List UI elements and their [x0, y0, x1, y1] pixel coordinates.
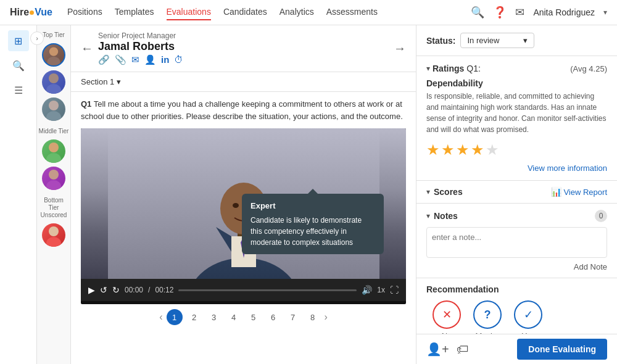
sidebar-search-icon[interactable]: 🔍 [8, 55, 29, 76]
user-chevron-icon: ▾ [603, 8, 607, 17]
notes-title: Notes [434, 211, 458, 221]
nav-right: 🔍 ❓ ✉ Anita Rodriguez ▾ [471, 6, 607, 19]
right-panel: Status: In review ▾ ▾ Ratings Q1: (Avg 4… [416, 25, 617, 334]
tag-icon[interactable]: 🏷 [457, 342, 469, 357]
candidate-avatar-6[interactable] [42, 223, 65, 247]
forward-button[interactable]: → [394, 41, 406, 56]
candidate-avatar-4[interactable] [42, 139, 65, 163]
user-menu[interactable]: Anita Rodriguez [533, 7, 595, 17]
search-icon[interactable]: 🔍 [471, 6, 484, 19]
svg-point-3 [46, 84, 61, 94]
star-2[interactable]: ★ [441, 141, 455, 159]
sidebar-grid-icon[interactable]: ⊞ [8, 30, 29, 51]
rec-yes-circle: ✓ [514, 300, 542, 329]
notes-title-row: ▾ Notes [426, 211, 458, 221]
section-label: Section 1 [81, 77, 114, 86]
status-label: Status: [426, 36, 455, 46]
rewind-button[interactable]: ↺ [100, 285, 107, 295]
candidate-header: ← Senior Project Manager Jamal Roberts 🔗… [71, 25, 416, 72]
play-button[interactable]: ▶ [88, 285, 95, 295]
top-nav: HireVue Positions Templates Evaluations … [0, 0, 617, 25]
star-3[interactable]: ★ [456, 141, 470, 159]
tooltip-arrow [308, 189, 318, 194]
page-prev-icon[interactable]: ‹ [159, 312, 162, 323]
section-chevron-icon: ▾ [117, 77, 121, 86]
ratings-collapse-icon[interactable]: ▾ [426, 64, 430, 73]
volume-icon[interactable]: 🔊 [362, 285, 372, 295]
sidebar-filter-icon[interactable]: ☰ [8, 80, 29, 101]
nav-item-templates[interactable]: Templates [115, 4, 154, 20]
sidebar-toggle-icon[interactable]: › [30, 31, 44, 45]
status-row: Status: In review ▾ [416, 25, 617, 56]
svg-point-5 [46, 111, 61, 121]
scores-title-row: ▾ Scores [426, 187, 463, 197]
notes-collapse-icon[interactable]: ▾ [426, 212, 430, 220]
link-icon[interactable]: 🔗 [98, 54, 110, 65]
question-label: Q1 [81, 99, 91, 109]
stars-row: ★ ★ ★ ★ ★ [426, 141, 607, 159]
scores-title: Scores [434, 187, 463, 197]
recommendation-section: Recommendation ✕ No ? Maybe ✓ Yes [416, 278, 617, 334]
scores-section: ▾ Scores 📊 View Report [416, 181, 617, 204]
status-value: In review [467, 36, 499, 45]
rec-no-button[interactable]: ✕ No [433, 300, 461, 334]
back-button[interactable]: ← [81, 41, 93, 56]
candidate-avatar-5[interactable] [42, 167, 65, 190]
tier-label-middle: Middle Tier [37, 125, 70, 138]
page-btn-1[interactable]: 1 [167, 309, 183, 325]
linkedin-icon[interactable]: in [161, 54, 169, 65]
page-btn-3[interactable]: 3 [206, 309, 222, 325]
clock-icon[interactable]: ⏱ [174, 54, 183, 65]
logo[interactable]: HireVue [10, 7, 52, 18]
star-1[interactable]: ★ [426, 141, 440, 159]
page-btn-2[interactable]: 2 [186, 309, 202, 325]
rec-title: Recommendation [426, 284, 607, 294]
forward-button-video[interactable]: ↻ [112, 285, 120, 295]
mail-icon[interactable]: ✉ [515, 6, 524, 19]
clip-icon[interactable]: 📎 [115, 54, 126, 65]
page-btn-8[interactable]: 8 [305, 309, 321, 325]
add-candidate-icon[interactable]: 👤+ [426, 342, 449, 357]
candidate-avatar-1[interactable] [42, 43, 65, 67]
view-report-link[interactable]: 📊 View Report [551, 187, 607, 197]
candidate-avatar-2[interactable] [42, 70, 65, 94]
rec-yes-button[interactable]: ✓ Yes [514, 300, 542, 334]
pagination: ‹ 1 2 3 4 5 6 7 8 › [71, 304, 416, 330]
video-progress-bar[interactable] [178, 289, 357, 291]
candidate-name: Jamal Roberts [98, 40, 389, 53]
help-icon[interactable]: ❓ [493, 6, 507, 19]
candidate-list: Top Tier Middle Tier Bottom Tier Unscore… [37, 25, 71, 364]
fullscreen-icon[interactable]: ⛶ [390, 285, 399, 295]
done-evaluating-button[interactable]: Done Evaluating [517, 339, 607, 360]
svg-point-11 [46, 237, 61, 247]
scores-row: ▾ Scores 📊 View Report [426, 187, 607, 197]
email-icon[interactable]: ✉ [131, 54, 139, 65]
svg-point-8 [49, 170, 59, 180]
nav-item-candidates[interactable]: Candidates [223, 4, 267, 20]
star-5[interactable]: ★ [486, 141, 499, 159]
speed-selector[interactable]: 1x [377, 286, 385, 294]
nav-item-positions[interactable]: Positions [67, 4, 102, 20]
scores-collapse-icon[interactable]: ▾ [426, 188, 430, 196]
page-btn-7[interactable]: 7 [285, 309, 301, 325]
question-area: Q1 Tell me about a time you had a challe… [71, 92, 416, 128]
rec-maybe-button[interactable]: ? Maybe [473, 300, 502, 334]
page-btn-4[interactable]: 4 [226, 309, 242, 325]
candidate-avatar-3[interactable] [42, 97, 65, 121]
view-more-link[interactable]: View more information [426, 163, 607, 173]
add-note-button[interactable]: Add Note [426, 262, 607, 271]
nav-item-evaluations[interactable]: Evaluations [167, 4, 211, 20]
candidate-info: Senior Project Manager Jamal Roberts 🔗 📎… [98, 31, 389, 65]
page-next-icon[interactable]: › [325, 312, 328, 323]
notes-input[interactable] [426, 227, 607, 258]
status-select[interactable]: In review ▾ [460, 33, 534, 48]
person-icon[interactable]: 👤 [144, 54, 156, 65]
svg-point-9 [46, 180, 61, 190]
nav-item-assessments[interactable]: Assessments [326, 4, 378, 20]
status-chevron-icon: ▾ [523, 36, 528, 45]
section-select[interactable]: Section 1 ▾ [81, 77, 121, 86]
page-btn-6[interactable]: 6 [265, 309, 281, 325]
star-4[interactable]: ★ [471, 141, 484, 159]
page-btn-5[interactable]: 5 [246, 309, 262, 325]
nav-item-analytics[interactable]: Analytics [280, 4, 314, 20]
